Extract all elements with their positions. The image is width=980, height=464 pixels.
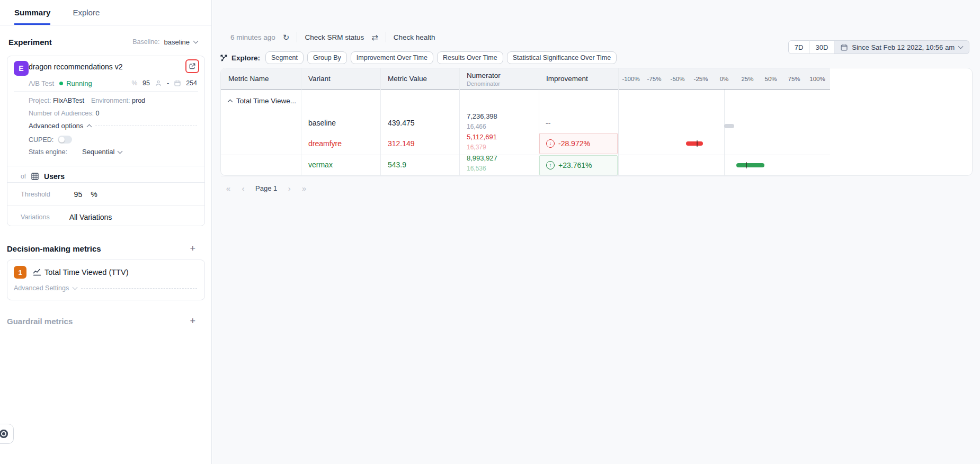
col-metric-value: Metric Value	[388, 75, 427, 83]
advanced-options-toggle[interactable]: Advanced options	[29, 122, 197, 130]
col-numerator: Numerator	[467, 72, 501, 79]
axis-tick: -75%	[647, 76, 662, 82]
stats-engine-label: Stats engine:	[29, 148, 67, 156]
last-updated-text: 6 minutes ago	[230, 33, 275, 41]
experiment-badge: E	[14, 61, 29, 76]
col-denominator: Denominator	[467, 81, 500, 87]
chevron-down-icon	[958, 44, 964, 49]
metric-card: 1 Total Time Viewed (TTV) Advanced Setti…	[7, 260, 205, 300]
experiment-header: Experiment Baseline: baseline	[8, 36, 198, 48]
chevron-down-icon	[118, 148, 123, 154]
refresh-icon[interactable]: ↻	[283, 33, 290, 41]
denominator-value: 16,466	[467, 123, 486, 130]
explore-stat-significance-button[interactable]: Statistical Significance Over Time	[507, 51, 617, 64]
first-page-button[interactable]: «	[222, 182, 234, 194]
vermax-ci-bar	[736, 163, 764, 167]
threshold-stat: 95	[142, 79, 150, 87]
stats-engine-row: Stats engine: Sequential	[29, 148, 197, 156]
column-divider	[380, 68, 381, 176]
add-guardrail-metric-button[interactable]: +	[190, 316, 195, 326]
range-30d-button[interactable]: 30D	[809, 40, 834, 54]
next-page-button[interactable]: ›	[283, 182, 295, 194]
project-value: FlixABTest	[53, 97, 84, 104]
widget-icon	[0, 430, 8, 438]
status-running: Running	[66, 79, 92, 87]
metric-name[interactable]: Total Time Viewed (TTV)	[44, 268, 128, 276]
variant-name: baseline	[308, 119, 336, 127]
add-decision-metric-button[interactable]: +	[190, 244, 195, 253]
prev-page-button[interactable]: ‹	[237, 182, 249, 194]
unit-row: of Users	[21, 170, 197, 183]
metric-value: 312.149	[388, 139, 415, 148]
point-estimate-marker	[746, 162, 747, 168]
threshold-unit: %	[91, 190, 97, 199]
results-table: Metric Name Variant Metric Value Numerat…	[220, 68, 973, 176]
line-chart-icon	[33, 268, 41, 276]
decision-metrics-heading: Decision-making metrics +	[7, 244, 195, 253]
dashed-divider	[81, 288, 197, 289]
collapse-widget-button[interactable]	[0, 424, 14, 444]
project-env-row: Project: FlixABTest Environment: prod	[29, 97, 145, 104]
tab-explore[interactable]: Explore	[73, 0, 100, 25]
environment-label: Environment:	[91, 97, 130, 104]
stats-engine-value: Sequential	[82, 148, 114, 156]
threshold-label: Threshold	[21, 191, 50, 198]
tab-summary[interactable]: Summary	[14, 0, 50, 25]
cuped-label: CUPED:	[29, 136, 54, 144]
point-estimate-marker	[697, 140, 698, 147]
explore-improvement-over-time-button[interactable]: Improvement Over Time	[351, 51, 433, 64]
improvement-cell: ↓ -28.972%	[539, 133, 618, 154]
metric-group-toggle[interactable]: Total Time Viewe...	[228, 97, 296, 105]
pagination: « ‹ Page 1 › »	[222, 182, 310, 194]
decrease-icon: ↓	[546, 139, 555, 148]
improvement-chart	[618, 90, 830, 176]
open-external-button[interactable]	[185, 59, 199, 73]
last-page-button[interactable]: »	[298, 182, 310, 194]
divider	[14, 91, 198, 92]
explore-groupby-button[interactable]: Group By	[307, 51, 347, 64]
dreamfyre-ci-bar	[686, 141, 703, 146]
chevron-up-icon	[87, 124, 92, 130]
unit-value[interactable]: Users	[44, 172, 65, 181]
user-icon	[155, 80, 162, 86]
metric-group-name: Total Time Viewe...	[236, 97, 296, 105]
date-range-value: Since Sat Feb 12 2022, 10:56 am	[852, 43, 955, 51]
srm-sync-icon[interactable]: ⇄	[371, 33, 378, 41]
metric-value: 439.475	[388, 119, 415, 127]
cuped-toggle[interactable]	[58, 136, 72, 144]
column-divider	[459, 68, 460, 176]
improvement-value: -28.972%	[558, 139, 590, 148]
date-range-picker[interactable]: Since Sat Feb 12 2022, 10:56 am	[834, 40, 969, 54]
variant-name: vermax	[308, 160, 333, 169]
users-stat: -	[167, 79, 169, 87]
table-bottom-border	[221, 176, 830, 176]
advanced-settings-toggle[interactable]: Advanced Settings	[14, 284, 197, 292]
explore-segment-button[interactable]: Segment	[265, 51, 304, 64]
app-screen: Summary Explore Experiment Baseline: bas…	[0, 0, 980, 464]
baseline-selector[interactable]: Baseline: baseline	[132, 38, 198, 46]
col-variant: Variant	[308, 75, 331, 83]
column-divider	[301, 68, 301, 176]
chevron-up-icon	[228, 100, 233, 105]
divider	[7, 206, 204, 206]
table-header: Metric Name Variant Metric Value Numerat…	[221, 68, 830, 90]
variations-select[interactable]: All Variations	[69, 213, 112, 221]
chevron-down-icon	[73, 285, 78, 290]
advanced-options-label: Advanced options	[29, 122, 83, 130]
cuped-row: CUPED:	[29, 136, 197, 144]
range-7d-button[interactable]: 7D	[788, 40, 810, 54]
toggle-knob	[59, 137, 65, 142]
environment-value: prod	[132, 97, 145, 104]
advanced-settings-label: Advanced Settings	[14, 284, 69, 292]
baseline-value: baseline	[164, 38, 190, 46]
check-srm-button[interactable]: Check SRM status	[305, 33, 364, 41]
stats-engine-select[interactable]: Sequential	[82, 148, 122, 156]
explore-results-over-time-button[interactable]: Results Over Time	[437, 51, 503, 64]
axis-tick: 0%	[720, 76, 729, 82]
check-health-button[interactable]: Check health	[394, 33, 435, 41]
experiment-stats: % 95 - 254	[131, 79, 197, 87]
results-toolbar: 6 minutes ago ↻ Check SRM status ⇄ Check…	[230, 31, 435, 43]
tab-bar: Summary Explore	[0, 0, 211, 25]
experiment-title: dragon recommendations v2	[29, 63, 122, 71]
threshold-input[interactable]: 95	[74, 190, 83, 199]
